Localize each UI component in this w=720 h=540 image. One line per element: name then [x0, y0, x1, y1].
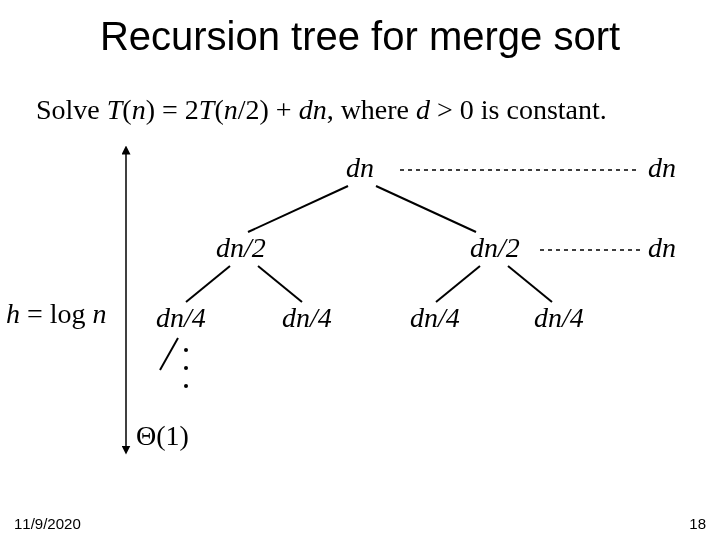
tree-node-l1-left: dn/2 [216, 232, 266, 264]
height-h: h [6, 298, 20, 329]
tree-edges [0, 0, 720, 540]
tree-node-l2-c: dn/4 [410, 302, 460, 334]
tree-height-label: h = log n [6, 298, 107, 330]
svg-line-4 [258, 266, 302, 302]
height-n: n [93, 298, 107, 329]
svg-line-5 [436, 266, 480, 302]
svg-point-11 [184, 384, 188, 388]
svg-line-3 [186, 266, 230, 302]
rowcost-0: dn [648, 152, 676, 184]
height-eq: = log [20, 298, 93, 329]
svg-point-10 [184, 366, 188, 370]
svg-line-6 [508, 266, 552, 302]
svg-line-2 [376, 186, 476, 232]
tree-node-l2-a: dn/4 [156, 302, 206, 334]
svg-line-1 [248, 186, 348, 232]
tree-node-l1-right: dn/2 [470, 232, 520, 264]
tree-node-l2-d: dn/4 [534, 302, 584, 334]
footer-date: 11/9/2020 [14, 515, 81, 532]
svg-point-9 [184, 348, 188, 352]
rowcost-1: dn [648, 232, 676, 264]
svg-line-12 [160, 338, 178, 370]
tree-node-l2-b: dn/4 [282, 302, 332, 334]
tree-leaf-theta1: Θ(1) [136, 420, 189, 452]
tree-root: dn [346, 152, 374, 184]
footer-page-number: 18 [689, 515, 706, 532]
